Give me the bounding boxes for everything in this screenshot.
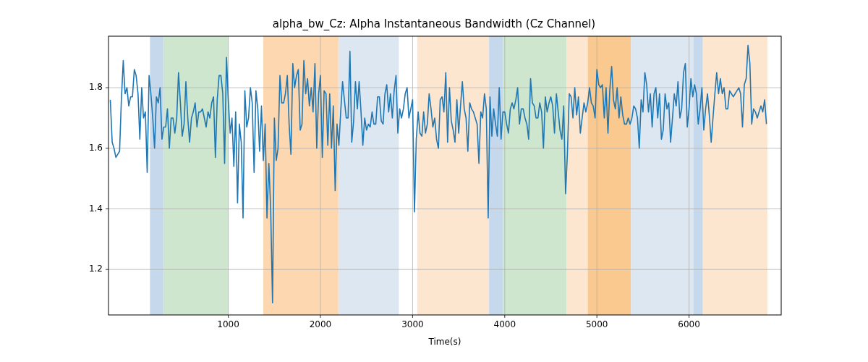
background-span: [503, 36, 566, 315]
y-axis-label: Hz: [72, 0, 87, 36]
y-tick-label: 1.4: [78, 203, 103, 214]
background-span: [587, 36, 631, 315]
plot-axes: [109, 36, 781, 315]
background-span: [566, 36, 587, 315]
x-tick-label: 3000: [398, 319, 427, 329]
background-span: [150, 36, 163, 315]
background-span: [417, 36, 489, 315]
y-tick-label: 1.6: [78, 143, 103, 153]
y-tick-label: 1.2: [78, 264, 103, 274]
x-tick-label: 1000: [214, 319, 243, 329]
background-span: [631, 36, 694, 315]
background-span: [694, 36, 703, 315]
background-span: [489, 36, 503, 315]
background-span: [703, 36, 767, 315]
y-tick-label: 1.8: [78, 82, 103, 92]
figure: alpha_bw_Cz: Alpha Instantaneous Bandwid…: [0, 0, 868, 362]
x-tick-label: 5000: [582, 319, 611, 329]
background-span: [339, 36, 399, 315]
x-tick-label: 4000: [490, 319, 519, 329]
background-span: [263, 36, 339, 315]
chart-svg: [109, 36, 781, 315]
x-axis-label: Time(s): [109, 337, 781, 347]
x-tick-label: 2000: [306, 319, 335, 329]
chart-title: alpha_bw_Cz: Alpha Instantaneous Bandwid…: [0, 17, 868, 30]
x-tick-label: 6000: [675, 319, 704, 329]
